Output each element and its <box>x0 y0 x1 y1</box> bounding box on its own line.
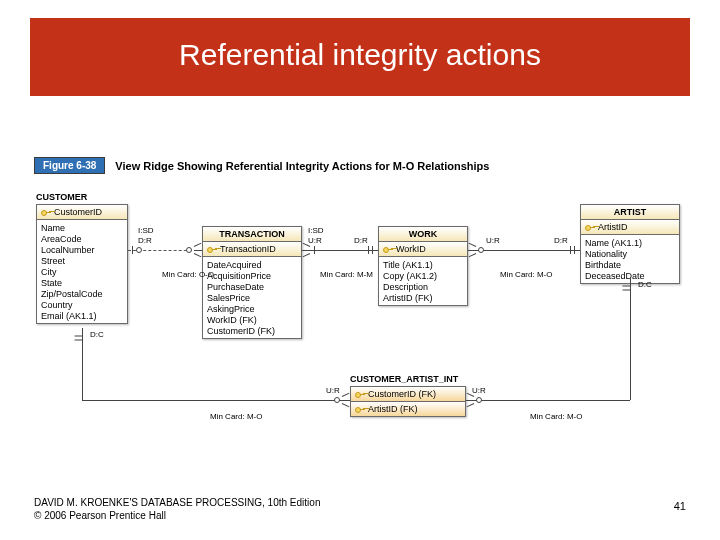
artist-fields: Name (AK1.1) Nationality Birthdate Decea… <box>581 235 679 283</box>
crowfoot-icon <box>194 246 202 254</box>
field: Name <box>41 222 123 233</box>
pk-text: TransactionID <box>220 244 276 254</box>
cardinality-tick <box>132 246 133 254</box>
transaction-title: TRANSACTION <box>203 227 301 242</box>
cai-pk1: CustomerID (FK) <box>351 387 465 402</box>
pk-text: ArtistID (FK) <box>368 404 418 414</box>
entity-transaction: TRANSACTION TransactionID DateAcquired A… <box>202 226 302 339</box>
ri-label: I:SD <box>308 226 324 235</box>
transaction-pk: TransactionID <box>203 242 301 257</box>
customer-pk: CustomerID <box>37 205 127 220</box>
transaction-fields: DateAcquired AcquisitionPrice PurchaseDa… <box>203 257 301 338</box>
field: Name (AK1.1) <box>585 237 675 248</box>
ri-label: D:C <box>638 280 652 289</box>
field: DateAcquired <box>207 259 297 270</box>
customer-fields: Name AreaCode LocalNumber Street City St… <box>37 220 127 323</box>
entity-work: WORK WorkID Title (AK1.1) Copy (AK1.2) D… <box>378 226 468 306</box>
footer-line2: © 2006 Pearson Prentice Hall <box>34 509 320 522</box>
cardinality-label: Min Card: M-M <box>320 270 373 279</box>
cardinality-tick <box>372 246 373 254</box>
pk-text: ArtistID <box>598 222 628 232</box>
crowfoot-icon <box>342 396 350 404</box>
field: Title (AK1.1) <box>383 259 463 270</box>
page-number: 41 <box>674 500 686 512</box>
entity-customer-artist-int: CustomerID (FK) ArtistID (FK) <box>350 386 466 417</box>
cardinality-tick <box>75 340 83 341</box>
key-icon <box>383 246 393 252</box>
ri-label: I:SD <box>138 226 154 235</box>
field: WorkID (FK) <box>207 314 297 325</box>
ri-label: U:R <box>472 386 486 395</box>
field: SalesPrice <box>207 292 297 303</box>
cardinality-label: Min Card: M-O <box>500 270 552 279</box>
figure-caption: View Ridge Showing Referential Integrity… <box>115 160 489 172</box>
entity-customer: CustomerID Name AreaCode LocalNumber Str… <box>36 204 128 324</box>
field: City <box>41 266 123 277</box>
pk-text: CustomerID <box>54 207 102 217</box>
connector-line <box>630 278 631 400</box>
field: Nationality <box>585 248 675 259</box>
work-title: WORK <box>379 227 467 242</box>
cardinality-tick <box>623 290 631 291</box>
field: PurchaseDate <box>207 281 297 292</box>
key-icon <box>585 224 595 230</box>
optional-circle <box>136 247 142 253</box>
customer-title: CUSTOMER <box>36 192 87 202</box>
field: Zip/PostalCode <box>41 288 123 299</box>
field: Copy (AK1.2) <box>383 270 463 281</box>
key-icon <box>355 391 365 397</box>
field: LocalNumber <box>41 244 123 255</box>
cardinality-tick <box>314 246 315 254</box>
key-icon <box>355 406 365 412</box>
cardinality-tick <box>570 246 571 254</box>
crowfoot-icon <box>468 246 476 254</box>
optional-circle <box>476 397 482 403</box>
figure-header: Figure 6-38 View Ridge Showing Referenti… <box>34 157 489 174</box>
ri-label: U:R <box>308 236 322 245</box>
entity-artist: ARTIST ArtistID Name (AK1.1) Nationality… <box>580 204 680 284</box>
cardinality-label: Min Card: M-O <box>210 412 262 421</box>
ri-label: D:R <box>554 236 568 245</box>
field: AreaCode <box>41 233 123 244</box>
pk-text: CustomerID (FK) <box>368 389 436 399</box>
cardinality-tick <box>623 286 631 287</box>
connector-line <box>82 400 350 401</box>
cai-pk2: ArtistID (FK) <box>351 402 465 416</box>
connector-line <box>468 250 580 251</box>
optional-circle <box>478 247 484 253</box>
field: CustomerID (FK) <box>207 325 297 336</box>
figure-badge: Figure 6-38 <box>34 157 105 174</box>
field: Description <box>383 281 463 292</box>
cardinality-tick <box>368 246 369 254</box>
field: Country <box>41 299 123 310</box>
er-diagram: CUSTOMER CustomerID Name AreaCode LocalN… <box>30 180 700 450</box>
artist-pk: ArtistID <box>581 220 679 235</box>
crowfoot-icon <box>466 396 474 404</box>
cardinality-label: Min Card: M-O <box>530 412 582 421</box>
work-fields: Title (AK1.1) Copy (AK1.2) Description A… <box>379 257 467 305</box>
artist-title: ARTIST <box>581 205 679 220</box>
slide-title: Referential integrity actions <box>30 18 690 96</box>
cardinality-label: Min Card: O-O <box>162 270 214 279</box>
ri-label: U:R <box>486 236 500 245</box>
field: Birthdate <box>585 259 675 270</box>
pk-text: WorkID <box>396 244 426 254</box>
footer-line1: DAVID M. KROENKE'S DATABASE PROCESSING, … <box>34 496 320 509</box>
ri-label: D:R <box>354 236 368 245</box>
cardinality-tick <box>75 336 83 337</box>
field: AcquisitionPrice <box>207 270 297 281</box>
optional-circle <box>334 397 340 403</box>
optional-circle <box>186 247 192 253</box>
ri-label: D:C <box>90 330 104 339</box>
ri-label: D:R <box>138 236 152 245</box>
field: ArtistID (FK) <box>383 292 463 303</box>
work-pk: WorkID <box>379 242 467 257</box>
key-icon <box>41 209 51 215</box>
field: Street <box>41 255 123 266</box>
crowfoot-icon <box>302 246 310 254</box>
footer: DAVID M. KROENKE'S DATABASE PROCESSING, … <box>34 496 320 522</box>
field: AskingPrice <box>207 303 297 314</box>
field: State <box>41 277 123 288</box>
cai-title: CUSTOMER_ARTIST_INT <box>350 374 458 384</box>
ri-label: U:R <box>326 386 340 395</box>
